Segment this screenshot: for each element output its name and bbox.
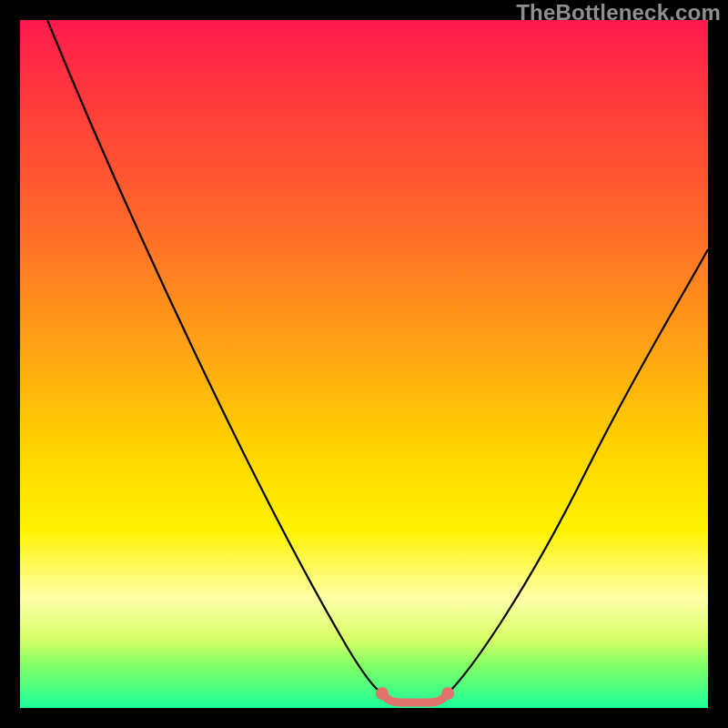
- chart-svg: [20, 20, 708, 708]
- left-curve: [47, 20, 382, 693]
- flat-segment: [382, 693, 448, 703]
- marker-right: [441, 687, 454, 700]
- chart-frame: TheBottleneck.com: [0, 0, 728, 728]
- right-curve: [448, 249, 708, 693]
- marker-left: [376, 687, 389, 700]
